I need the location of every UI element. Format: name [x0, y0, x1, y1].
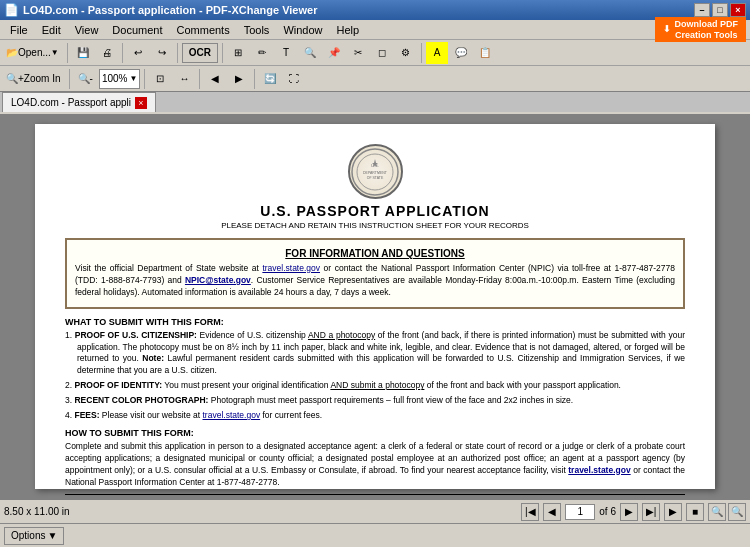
undo-button[interactable]: ↩ [127, 42, 149, 64]
print-icon: 🖨 [102, 47, 112, 58]
separator1 [67, 43, 68, 63]
ocr-button[interactable]: OCR [182, 43, 218, 63]
svg-text:DEPARTMENT: DEPARTMENT [363, 171, 388, 175]
restore-button[interactable]: □ [712, 3, 728, 17]
menubar: File Edit View Document Comments Tools W… [0, 20, 750, 40]
rotate-icon: 🔄 [264, 73, 276, 84]
open-button[interactable]: 📂 Open... ▼ [2, 42, 63, 64]
menu-edit[interactable]: Edit [36, 22, 67, 38]
separator9 [254, 69, 255, 89]
stop-button[interactable]: ■ [686, 503, 704, 521]
fees-link[interactable]: travel.state.gov [203, 410, 261, 420]
redo-icon: ↪ [158, 47, 166, 58]
close-button[interactable]: × [730, 3, 746, 17]
tb-tool2[interactable]: ✏ [251, 42, 273, 64]
zoom-dropdown[interactable]: 100% ▼ [99, 69, 141, 89]
highlight-button[interactable]: A [426, 42, 448, 64]
prev-page-button[interactable]: ◀ [204, 68, 226, 90]
save-icon: 💾 [77, 47, 89, 58]
fit-page-button[interactable]: ⊡ [149, 68, 171, 90]
play-button[interactable]: ▶ [664, 503, 682, 521]
npic-email-link[interactable]: NPIC@state.gov [185, 275, 251, 285]
zoom-out-icon: 🔍- [78, 73, 93, 84]
rotate-button[interactable]: 🔄 [259, 68, 281, 90]
separator4 [222, 43, 223, 63]
tb-tool4[interactable]: 🔍 [299, 42, 321, 64]
page-number-input[interactable] [565, 504, 595, 520]
options-button[interactable]: Options ▼ [4, 527, 64, 545]
how-to-submit-para: Complete and submit this application in … [65, 441, 685, 489]
dropdown-arrow-icon: ▼ [51, 48, 59, 57]
status-zoom-out[interactable]: 🔍 [708, 503, 726, 521]
tb-tool3[interactable]: T [275, 42, 297, 64]
info-box-para: Visit the official Department of State w… [75, 263, 675, 299]
menu-tools[interactable]: Tools [238, 22, 276, 38]
tab-close-button[interactable]: × [135, 97, 147, 109]
info-box: FOR INFORMATION AND QUESTIONS Visit the … [65, 238, 685, 309]
print-button[interactable]: 🖨 [96, 42, 118, 64]
prev-page-nav-button[interactable]: ◀ [543, 503, 561, 521]
separator6 [69, 69, 70, 89]
tb-tool6[interactable]: ✂ [347, 42, 369, 64]
separator8 [199, 69, 200, 89]
next-page-button[interactable]: ▶ [228, 68, 250, 90]
menu-window[interactable]: Window [277, 22, 328, 38]
titlebar-title: LO4D.com - Passport application - PDF-XC… [19, 4, 694, 16]
separator5 [421, 43, 422, 63]
save-button[interactable]: 💾 [72, 42, 94, 64]
tb-tool1[interactable]: ⊞ [227, 42, 249, 64]
fullscreen-icon: ⛶ [289, 73, 299, 84]
statusbar: 8.50 x 11.00 in |◀ ◀ of 6 ▶ ▶| ▶ ■ 🔍 🔍 [0, 499, 750, 523]
zoom-in-icon: 🔍+ [6, 73, 24, 84]
follow-instructions-text: Follow the instructions on Page 2 for de… [65, 494, 685, 499]
first-page-button[interactable]: |◀ [521, 503, 539, 521]
travel-state-link[interactable]: travel.state.gov [262, 263, 320, 273]
menu-document[interactable]: Document [106, 22, 168, 38]
last-page-button[interactable]: ▶| [642, 503, 660, 521]
how-submit-link[interactable]: travel.state.gov [568, 465, 630, 475]
redo-button[interactable]: ↪ [151, 42, 173, 64]
minimize-button[interactable]: – [694, 3, 710, 17]
comment-button[interactable]: 💬 [450, 42, 472, 64]
menu-help[interactable]: Help [331, 22, 366, 38]
pdf-viewer[interactable]: U.S. DEPARTMENT OF STATE U.S. PASSPORT A… [0, 114, 750, 499]
status-zoom-in[interactable]: 🔍 [728, 503, 746, 521]
toolbar-row2: 🔍+ Zoom In 🔍- 100% ▼ ⊡ ↔ ◀ ▶ 🔄 ⛶ [0, 66, 750, 92]
menu-file[interactable]: File [4, 22, 34, 38]
separator2 [122, 43, 123, 63]
separator3 [177, 43, 178, 63]
zoom-in-button[interactable]: 🔍+ Zoom In [2, 68, 65, 90]
separator7 [144, 69, 145, 89]
folder-icon: 📂 [6, 47, 18, 58]
menu-view[interactable]: View [69, 22, 105, 38]
pdf-subtitle: PLEASE DETACH AND RETAIN THIS INSTRUCTIO… [221, 221, 529, 230]
how-to-submit-title: HOW TO SUBMIT THIS FORM: [65, 428, 685, 438]
content-area: U.S. DEPARTMENT OF STATE U.S. PASSPORT A… [0, 114, 750, 499]
tb-tool7[interactable]: ◻ [371, 42, 393, 64]
pdf-header: U.S. DEPARTMENT OF STATE U.S. PASSPORT A… [65, 144, 685, 230]
pdf-title: U.S. PASSPORT APPLICATION [260, 203, 489, 219]
next-icon: ▶ [235, 73, 243, 84]
page-total: of 6 [599, 506, 616, 517]
zoom-out-button[interactable]: 🔍- [74, 68, 97, 90]
document-tab[interactable]: LO4D.com - Passport applicat... × [2, 92, 156, 112]
tab-title: LO4D.com - Passport applicat... [11, 97, 131, 108]
pdf-page: U.S. DEPARTMENT OF STATE U.S. PASSPORT A… [35, 124, 715, 489]
info-box-title: FOR INFORMATION AND QUESTIONS [75, 248, 675, 259]
menu-comments[interactable]: Comments [171, 22, 236, 38]
fit-width-button[interactable]: ↔ [173, 68, 195, 90]
bottom-toolbar: Options ▼ [0, 523, 750, 547]
tb-tool8[interactable]: ⚙ [395, 42, 417, 64]
tb-tool5[interactable]: 📌 [323, 42, 345, 64]
download-pdf-button[interactable]: ⬇ Download PDF Creation Tools [655, 17, 747, 43]
submit-item-3: 3. RECENT COLOR PHOTOGRAPH: Photograph m… [65, 395, 685, 407]
us-seal: U.S. DEPARTMENT OF STATE [348, 144, 403, 199]
submit-item-1: 1. PROOF OF U.S. CITIZENSHIP: Evidence o… [65, 330, 685, 378]
fullscreen-button[interactable]: ⛶ [283, 68, 305, 90]
prev-icon: ◀ [211, 73, 219, 84]
titlebar: 📄 LO4D.com - Passport application - PDF-… [0, 0, 750, 20]
stamp-button[interactable]: 📋 [474, 42, 496, 64]
next-page-nav-button[interactable]: ▶ [620, 503, 638, 521]
zoom-dropdown-arrow-icon: ▼ [129, 74, 137, 83]
submit-item-2: 2. PROOF OF IDENTITY: You must present y… [65, 380, 685, 392]
